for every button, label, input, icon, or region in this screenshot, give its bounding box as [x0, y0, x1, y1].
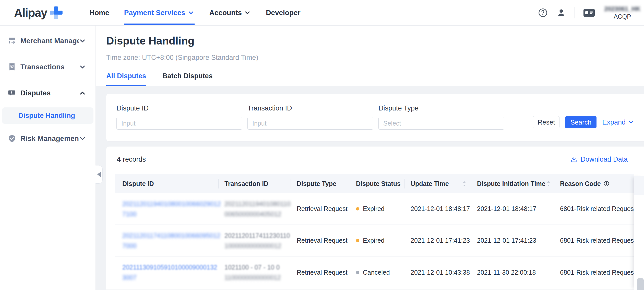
- tab-all-disputes[interactable]: All Disputes: [106, 72, 146, 86]
- svg-text:$: $: [11, 64, 13, 68]
- top-navbar: Alipay Home Payment Services Accounts: [0, 0, 644, 26]
- dispute-id-text: 2021120117411080010066095012: [122, 232, 218, 239]
- transaction-id-cell: 1021100 - 07 - 10 0 1100000000000012: [224, 264, 291, 281]
- account-info[interactable]: 2023061_HK ACQP: [604, 5, 640, 20]
- user-icon[interactable]: [556, 8, 566, 18]
- sidebar-item-dispute-handling[interactable]: Dispute Handling: [2, 107, 93, 124]
- sidebar-item-merchant-management[interactable]: Merchant Manage...: [0, 33, 96, 49]
- chevron-down-icon: [187, 9, 195, 16]
- col-reason-code: Reason Code: [554, 174, 634, 193]
- transaction-id-input[interactable]: [247, 117, 373, 130]
- download-data-link[interactable]: Download Data: [570, 155, 628, 163]
- nav-home-label: Home: [89, 9, 109, 17]
- expand-link[interactable]: Expand: [602, 118, 634, 126]
- receipt-icon: $: [8, 63, 16, 71]
- nav-developer[interactable]: Developer: [266, 0, 300, 25]
- field-label: Dispute Type: [378, 104, 504, 112]
- filter-field-dispute-id: Dispute ID: [116, 104, 242, 130]
- reset-button[interactable]: Reset: [533, 116, 559, 128]
- navbar-right: 2023061_HK ACQP: [538, 5, 644, 20]
- transaction-id-text: 2021120117411230110: [224, 232, 291, 239]
- tab-label: Batch Disputes: [162, 72, 213, 80]
- sidebar-collapse-handle[interactable]: [96, 165, 103, 184]
- record-count-number: 4: [117, 155, 121, 163]
- results-panel: 4records Download Data Dispute ID Transa…: [106, 147, 644, 289]
- dispute-type-select[interactable]: [378, 117, 504, 130]
- sidebar-item-label: Transactions: [20, 63, 65, 71]
- record-count: 4records: [117, 155, 146, 163]
- col-dispute-status: Dispute Status: [350, 174, 404, 193]
- transaction-id-text: 1021100 - 07 - 10 0: [224, 264, 291, 271]
- sidebar-item-label: Merchant Manage...: [20, 37, 79, 45]
- col-transaction-id: Transaction ID: [218, 174, 291, 193]
- dispute-id-text: 7000: [122, 242, 218, 249]
- dispute-id-link[interactable]: 202111309105910100009000132 3007: [122, 264, 218, 281]
- status-label: Expired: [363, 205, 385, 213]
- dispute-status-cell: Expired: [350, 205, 404, 213]
- col-dispute-id: Dispute ID: [115, 174, 218, 193]
- field-label: Dispute ID: [116, 104, 242, 112]
- dispute-type-cell: Retrieval Request: [291, 205, 350, 213]
- info-icon[interactable]: [603, 181, 610, 187]
- chevron-down-icon: [79, 37, 86, 45]
- chevron-up-icon: [79, 89, 86, 97]
- status-label: Canceled: [363, 269, 390, 276]
- nav-accounts-label: Accounts: [209, 9, 242, 17]
- expand-label: Expand: [602, 118, 626, 126]
- dispute-id-link[interactable]: 2021120119401080010066029012 7100: [122, 200, 218, 218]
- chevron-down-icon: [244, 9, 251, 16]
- main-content: Dispute Handling Time zone: UTC+8:00 (Si…: [96, 26, 644, 290]
- account-type-label: ACQP: [614, 13, 631, 20]
- table-header-row: Dispute ID Transaction ID Dispute Type D…: [115, 174, 634, 193]
- dispute-type-cell: Retrieval Request: [291, 237, 350, 244]
- chevron-down-icon: [79, 63, 86, 71]
- transaction-id-text: 1000000000000012: [224, 242, 291, 249]
- scrollbar-thumb[interactable]: [637, 278, 644, 290]
- table-row: 2021120117411080010066095012 7000 202112…: [115, 225, 634, 256]
- page-header: Dispute Handling Time zone: UTC+8:00 (Si…: [96, 26, 644, 86]
- nav-payment-services[interactable]: Payment Services: [124, 0, 195, 25]
- tab-batch-disputes[interactable]: Batch Disputes: [162, 72, 213, 86]
- chevron-down-icon: [79, 135, 86, 142]
- tab-label: All Disputes: [106, 72, 146, 80]
- status-dot: [356, 239, 359, 242]
- initiation-time-cell: 2021-12-01 17:41:23: [471, 237, 554, 244]
- sort-icon[interactable]: [462, 180, 467, 187]
- dispute-id-text: 2021120119401080010066029012: [122, 200, 218, 207]
- sidebar: Merchant Manage... $ Transactions Disput…: [0, 26, 96, 290]
- update-time-cell: 2021-12-01 17:41:23: [404, 237, 471, 244]
- primary-nav: Home Payment Services Accounts Developer: [89, 0, 301, 25]
- dispute-status-cell: Canceled: [350, 269, 404, 276]
- nav-accounts[interactable]: Accounts: [209, 0, 251, 25]
- sort-icon[interactable]: [546, 180, 551, 187]
- dispute-id-text: 202111309105910100009000132: [122, 264, 218, 271]
- download-icon: [570, 156, 577, 163]
- timezone-note: Time zone: UTC+8:00 (Singapore Standard …: [106, 54, 644, 61]
- sidebar-subitem-label: Dispute Handling: [18, 112, 75, 120]
- dispute-status-cell: Expired: [350, 237, 404, 244]
- col-update-time: Update Time: [404, 174, 471, 193]
- table-row: 202111309105910100009000132 3007 1021100…: [115, 256, 634, 288]
- filter-panel: Dispute ID Transaction ID Dispute Type R…: [106, 94, 644, 141]
- dispute-id-link[interactable]: 2021120117411080010066095012 7000: [122, 232, 218, 249]
- sidebar-item-transactions[interactable]: $ Transactions: [0, 59, 96, 75]
- initiation-time-cell: 2021-11-30 22:00:18: [471, 269, 554, 276]
- sidebar-item-label: Risk Management: [20, 135, 79, 143]
- sidebar-item-risk-management[interactable]: Risk Management: [0, 130, 96, 147]
- transaction-id-cell: 2021120119401080110 0065000000405012: [224, 200, 291, 218]
- search-button[interactable]: Search: [565, 116, 597, 128]
- reason-code-cell: 6801-Risk related Request: [554, 205, 634, 213]
- dispute-bubble-icon: [8, 89, 16, 97]
- chevron-down-icon: [628, 119, 634, 126]
- help-icon[interactable]: [538, 8, 548, 18]
- initiation-time-cell: 2021-12-01 18:48:17: [471, 205, 554, 213]
- update-time-cell: 2021-12-01 10:43:38: [404, 269, 471, 276]
- field-label: Transaction ID: [247, 104, 373, 112]
- filter-field-dispute-type: Dispute Type: [378, 104, 504, 130]
- status-dot: [356, 271, 359, 274]
- dispute-id-input[interactable]: [116, 117, 242, 130]
- status-label: Expired: [363, 237, 385, 244]
- nav-home[interactable]: Home: [89, 0, 109, 25]
- alipay-logo[interactable]: Alipay: [14, 6, 63, 20]
- sidebar-item-disputes[interactable]: Disputes: [0, 85, 96, 101]
